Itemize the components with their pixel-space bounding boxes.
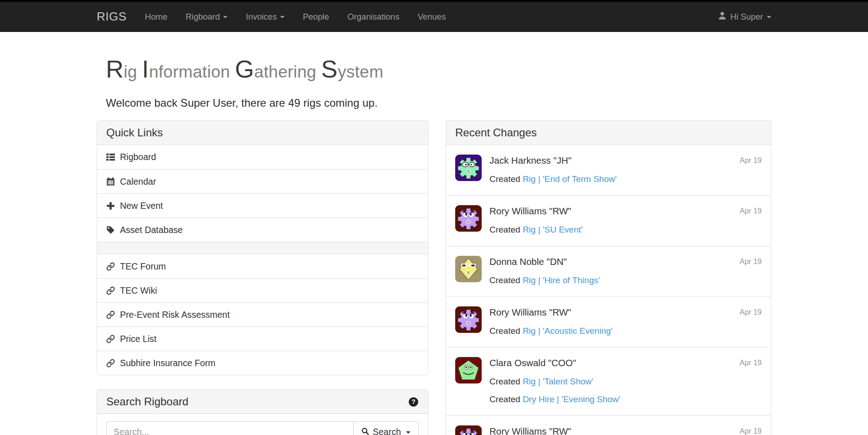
quick-link-tec-wiki[interactable]: TEC Wiki (97, 278, 428, 302)
entry-action-prefix: Created (489, 174, 520, 184)
quick-link-tec-forum[interactable]: TEC Forum (97, 254, 428, 278)
nav-item-label: Invoices (246, 12, 277, 22)
quick-link-label: Asset Database (120, 225, 183, 235)
entry-person-name: Rory Williams "RW" (489, 306, 571, 318)
main-content: Rig Information Gathering System Welcome… (97, 55, 771, 435)
entry-date: Apr 19 (739, 425, 762, 435)
quick-link-price-list[interactable]: Price List (97, 326, 428, 351)
recent-change-item: Rory Williams "RW"Apr 19Created Rig | 'A… (446, 296, 771, 347)
caret-down-icon (767, 16, 771, 18)
heading-initial: G (235, 55, 254, 83)
nav-item-label: Home (145, 12, 167, 22)
entry-action-link[interactable]: Rig | 'End of Term Show' (523, 174, 617, 184)
entry-action-link[interactable]: Rig | 'Hire of Things' (523, 275, 600, 285)
recent-change-item: Rory Williams "RW"Apr 19 (446, 415, 771, 435)
nav-item-home[interactable]: Home (136, 2, 177, 31)
avatar-monster-icon (455, 357, 482, 383)
quick-links-panel: Quick Links RigboardCalendarNew EventAss… (97, 120, 428, 375)
link-icon (106, 286, 115, 295)
entry-action-line: Created Rig | 'Talent Show' (489, 376, 762, 387)
quick-link-label: TEC Forum (120, 261, 166, 272)
quick-link-label: Rigboard (120, 152, 156, 162)
search-rigboard-title: Search Rigboard (106, 395, 188, 408)
entry-person-name: Rory Williams "RW" (489, 425, 571, 435)
nav-item-venues[interactable]: Venues (409, 2, 455, 31)
quick-link-label: Price List (120, 334, 156, 344)
link-icon (106, 359, 115, 368)
entry-date: Apr 19 (739, 306, 762, 316)
search-button-label: Search (373, 427, 401, 435)
caret-down-icon (280, 16, 285, 18)
tag-icon (106, 226, 115, 234)
search-rigboard-panel: Search Rigboard ? Search (97, 389, 428, 435)
entry-action-line: Created Rig | 'SU Event' (489, 224, 762, 235)
welcome-message: Welcome back Super User, there are 49 ri… (106, 97, 771, 109)
link-icon (106, 262, 115, 271)
list-icon (106, 153, 115, 161)
entry-action-prefix: Created (489, 275, 520, 285)
plus-icon (106, 202, 115, 210)
user-icon (718, 11, 727, 22)
recent-change-item: Jack Harkness "JH"Apr 19Created Rig | 'E… (446, 145, 771, 195)
entry-person-name: Jack Harkness "JH" (489, 155, 572, 166)
quick-link-rigboard[interactable]: Rigboard (97, 145, 428, 169)
entry-action-link[interactable]: Dry Hire | 'Evening Show' (523, 394, 620, 404)
entry-action-line: Created Rig | 'Acoustic Evening' (489, 326, 762, 337)
quick-link-subhire-insurance-form[interactable]: Subhire Insurance Form (97, 351, 428, 375)
quick-link-label: Pre-Event Risk Assessment (120, 310, 230, 320)
entry-action-link[interactable]: Rig | 'SU Event' (523, 225, 583, 234)
recent-changes-header: Recent Changes (446, 121, 771, 145)
entry-person-name: Donna Noble "DN" (489, 256, 567, 267)
user-menu[interactable]: Hi Super (718, 2, 771, 31)
recent-change-item: Donna Noble "DN"Apr 19Created Rig | 'Hir… (446, 246, 771, 296)
entry-action-line: Created Rig | 'End of Term Show' (489, 174, 762, 185)
recent-changes-list: Jack Harkness "JH"Apr 19Created Rig | 'E… (446, 145, 771, 435)
entry-date: Apr 19 (739, 256, 762, 266)
entry-date: Apr 19 (739, 205, 762, 215)
quick-link-label: New Event (120, 201, 163, 211)
navbar: RIGS HomeRigboardInvoicesPeopleOrganisat… (0, 2, 868, 32)
entry-action-prefix: Created (489, 225, 520, 234)
heading-initial: S (321, 55, 338, 83)
search-button[interactable]: Search (353, 421, 419, 435)
nav-item-label: People (303, 12, 329, 22)
quick-link-calendar[interactable]: Calendar (97, 169, 428, 193)
entry-action-prefix: Created (489, 394, 520, 404)
user-menu-label: Hi Super (730, 12, 763, 22)
avatar-monster-icon (455, 155, 482, 181)
nav-item-invoices[interactable]: Invoices (237, 2, 294, 31)
recent-change-item: Clara Oswald "COO"Apr 19Created Rig | 'T… (446, 347, 771, 415)
entry-person-name: Clara Oswald "COO" (489, 357, 576, 368)
recent-change-item: Rory Williams "RW"Apr 19Created Rig | 'S… (446, 195, 771, 246)
avatar-monster-icon (455, 306, 482, 333)
quick-link-new-event[interactable]: New Event (97, 193, 428, 218)
quick-link-asset-database[interactable]: Asset Database (97, 218, 428, 242)
entry-action-line: Created Dry Hire | 'Evening Show' (489, 394, 762, 405)
entry-action-prefix: Created (489, 326, 520, 336)
heading-rest: nformation (149, 62, 230, 81)
quick-link-label: TEC Wiki (120, 285, 157, 296)
brand-logo[interactable]: RIGS (97, 2, 136, 31)
avatar-monster-icon (455, 205, 482, 232)
question-icon[interactable]: ? (408, 397, 419, 407)
search-input[interactable] (106, 421, 353, 435)
nav-item-organisations[interactable]: Organisations (338, 2, 409, 31)
quick-link-pre-event-risk-assessment[interactable]: Pre-Event Risk Assessment (97, 302, 428, 326)
search-rigboard-header: Search Rigboard ? (97, 390, 428, 414)
calendar-icon (106, 177, 115, 186)
nav-item-rigboard[interactable]: Rigboard (177, 2, 237, 31)
entry-date: Apr 19 (739, 155, 762, 165)
nav-item-label: Venues (418, 12, 446, 22)
nav-item-label: Organisations (348, 12, 400, 22)
quick-links-list: RigboardCalendarNew EventAsset DatabaseT… (97, 145, 428, 375)
nav-item-people[interactable]: People (294, 2, 338, 31)
entry-action-link[interactable]: Rig | 'Acoustic Evening' (523, 326, 613, 336)
nav-item-label: Rigboard (186, 12, 220, 22)
heading-rest: ystem (338, 62, 383, 81)
heading-rest: athering (254, 62, 316, 81)
entry-action-link[interactable]: Rig | 'Talent Show' (523, 377, 593, 386)
caret-down-icon (223, 16, 228, 18)
main-nav: HomeRigboardInvoicesPeopleOrganisationsV… (136, 2, 455, 31)
caret-down-icon (406, 431, 411, 434)
heading-initial: R (106, 55, 124, 83)
